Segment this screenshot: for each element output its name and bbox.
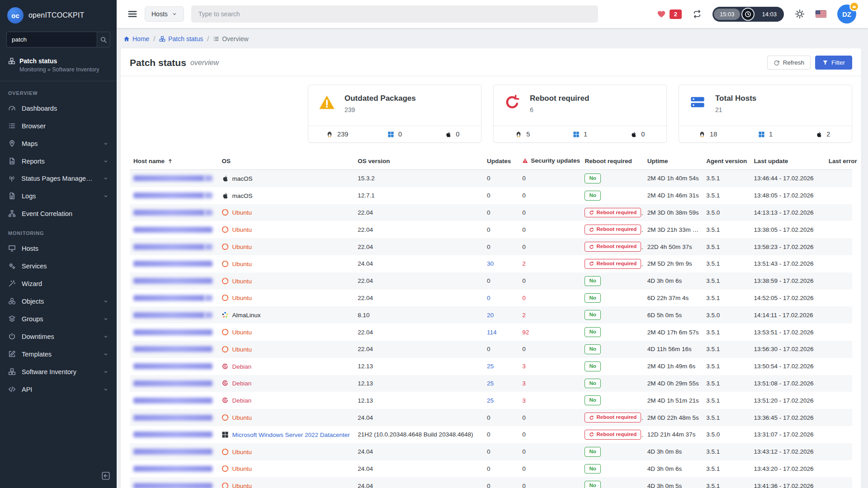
table-row[interactable]: Debian12.13253No2M 4D 1h 49m 6s3.5.113:5… <box>130 358 852 375</box>
sidebar-item-software-inventory[interactable]: Software Inventory <box>0 363 117 380</box>
column-header-uptime[interactable]: Uptime <box>644 153 703 170</box>
updates-count[interactable]: 20 <box>487 312 494 319</box>
app-logo[interactable]: oc openITCOCKPIT <box>0 0 117 29</box>
language-flag-us[interactable] <box>816 10 826 18</box>
sidebar-item-maps[interactable]: Maps <box>0 135 117 152</box>
redacted-host-name[interactable] <box>133 363 212 369</box>
sidebar-item-hosts[interactable]: Hosts <box>0 239 117 257</box>
table-row[interactable]: Microsoft Windows Server 2022 Datacenter… <box>130 426 852 443</box>
user-avatar[interactable]: DZ <box>837 5 856 23</box>
os-name[interactable]: Debian <box>232 380 251 387</box>
hosts-dropdown-button[interactable]: Hosts <box>145 6 184 22</box>
security-updates-count[interactable]: 3 <box>522 397 526 404</box>
updates-count[interactable]: 25 <box>487 363 494 370</box>
repeat-icon[interactable] <box>693 9 702 19</box>
sidebar-search-input[interactable] <box>6 32 97 47</box>
table-row[interactable]: Ubuntu22.0400No4D 3h 0m 6s3.5.113:38:59 … <box>130 272 852 290</box>
redacted-host-name[interactable] <box>133 227 212 233</box>
redacted-host-name[interactable] <box>133 312 205 318</box>
column-header-last-update[interactable]: Last update <box>750 153 825 170</box>
redacted-host-name[interactable] <box>133 415 212 421</box>
updates-count[interactable]: 25 <box>487 397 494 404</box>
updates-count[interactable]: 0 <box>487 295 491 301</box>
os-name[interactable]: Ubuntu <box>232 295 252 301</box>
redacted-host-name[interactable] <box>133 175 204 181</box>
sidebar-collapse-button[interactable] <box>101 471 110 482</box>
os-name[interactable]: Ubuntu <box>232 226 252 233</box>
breadcrumb-patch-status-link[interactable]: Patch status <box>159 35 203 42</box>
table-row[interactable]: AlmaLinux8.10202No6D 5h 0m 5s3.5.014:14:… <box>130 306 852 324</box>
redacted-host-name[interactable] <box>133 466 212 472</box>
os-name[interactable]: Ubuntu <box>232 465 252 472</box>
security-updates-count[interactable]: 3 <box>522 363 526 370</box>
redacted-host-name[interactable] <box>133 278 212 284</box>
security-updates-count[interactable]: 3 <box>522 380 526 387</box>
os-name[interactable]: Debian <box>232 363 251 370</box>
column-header-os[interactable]: OS <box>218 153 354 170</box>
redacted-host-name[interactable] <box>133 483 212 488</box>
table-row[interactable]: Ubuntu24.0400No4D 3h 0m 8s3.5.113:43:12 … <box>130 443 852 460</box>
table-row[interactable]: Ubuntu22.0400No6D 22h 37m 4s3.5.114:52:0… <box>130 290 852 307</box>
sidebar-item-downtimes[interactable]: Downtimes <box>0 328 117 345</box>
table-row[interactable]: Ubuntu24.0400Reboot required2M 0D 22h 48… <box>130 409 852 426</box>
redacted-host-name[interactable] <box>133 329 212 335</box>
table-row[interactable]: Debian12.13253No2M 4D 0h 29m 55s3.5.113:… <box>130 375 852 392</box>
theme-toggle-sun-icon[interactable] <box>795 9 805 19</box>
redacted-host-name[interactable] <box>133 261 212 267</box>
os-name[interactable]: Ubuntu <box>232 278 252 285</box>
table-row[interactable]: macOS15.3.200No2M 4D 1h 40m 54s3.5.113:4… <box>130 170 852 187</box>
column-header-security-updates[interactable]: Security updates <box>519 153 581 170</box>
column-header-agent-version[interactable]: Agent version <box>703 153 750 170</box>
global-search-input[interactable] <box>191 5 598 23</box>
column-header-last-error[interactable]: Last error <box>825 153 852 170</box>
security-updates-count[interactable]: 92 <box>522 329 529 336</box>
sidebar-item-reports[interactable]: Reports <box>0 152 117 170</box>
redacted-host-name[interactable] <box>133 380 212 386</box>
redacted-host-name[interactable] <box>133 432 212 437</box>
os-name[interactable]: Ubuntu <box>232 261 252 267</box>
sidebar-item-status-pages-management[interactable]: Status Pages Management <box>0 170 117 187</box>
column-header-host-name[interactable]: Host name <box>130 153 218 170</box>
table-row[interactable]: Ubuntu22.0400No4D 11h 56m 16s3.5.113:56:… <box>130 341 852 358</box>
redacted-host-name[interactable] <box>133 210 205 216</box>
table-row[interactable]: Ubuntu22.0400Reboot required22D 4h 50m 3… <box>130 238 852 255</box>
column-header-os-version[interactable]: OS version <box>354 153 483 170</box>
sidebar-item-objects[interactable]: Objects <box>0 292 117 310</box>
table-row[interactable]: Ubuntu24.0400No4D 3h 0m 5s3.5.113:41:36 … <box>130 477 852 488</box>
redacted-host-name[interactable] <box>133 449 212 455</box>
redacted-host-name[interactable] <box>133 295 205 301</box>
sidebar-item-dashboards[interactable]: Dashboards <box>0 99 117 117</box>
security-updates-count[interactable]: 2 <box>522 260 526 267</box>
os-name[interactable]: Ubuntu <box>232 483 252 488</box>
sidebar-item-logs[interactable]: Logs <box>0 187 117 205</box>
updates-count[interactable]: 25 <box>487 380 494 387</box>
column-header-reboot-required[interactable]: Reboot required <box>581 153 643 170</box>
redacted-host-name[interactable] <box>133 346 212 352</box>
table-row[interactable]: Ubuntu24.04302Reboot required2M 5D 2h 9m… <box>130 255 852 272</box>
filter-button[interactable]: Filter <box>815 56 852 70</box>
os-name[interactable]: Ubuntu <box>232 209 252 216</box>
table-row[interactable]: Ubuntu22.0400Reboot required2M 3D 0h 38m… <box>130 204 852 221</box>
breadcrumb-home-link[interactable]: Home <box>123 35 149 42</box>
sidebar-item-services[interactable]: Services <box>0 257 117 275</box>
updates-count[interactable]: 114 <box>487 329 497 336</box>
redacted-host-name[interactable] <box>133 398 212 404</box>
sidebar-item-groups[interactable]: Groups <box>0 310 117 328</box>
favorites-control[interactable]: 2 <box>656 9 682 19</box>
os-name[interactable]: Debian <box>232 397 251 404</box>
table-row[interactable]: Debian12.13253No2M 4D 1h 51m 21s3.5.113:… <box>130 392 852 409</box>
table-row[interactable]: Ubuntu24.0400No4D 3h 0m 6s3.5.113:43:20 … <box>130 460 852 478</box>
security-updates-count[interactable]: 0 <box>522 295 526 301</box>
sidebar-item-event-correlation[interactable]: Event Correlation <box>0 205 117 222</box>
sidebar-search-button[interactable] <box>97 32 110 47</box>
os-name[interactable]: Ubuntu <box>232 346 252 353</box>
hamburger-menu-icon[interactable] <box>127 9 137 19</box>
refresh-button[interactable]: Refresh <box>767 56 811 70</box>
table-row[interactable]: Ubuntu22.0400Reboot required2M 3D 21h 33… <box>130 221 852 238</box>
sidebar-item-api[interactable]: API <box>0 380 117 398</box>
table-row[interactable]: macOS12.7.100No2M 4D 1h 46m 31s3.5.113:4… <box>130 187 852 204</box>
sidebar-item-browser[interactable]: Browser <box>0 117 117 135</box>
os-name[interactable]: Ubuntu <box>232 244 252 250</box>
redacted-host-name[interactable] <box>133 192 204 198</box>
table-row[interactable]: Ubuntu22.0411492No2M 4D 17h 6m 57s3.5.11… <box>130 324 852 341</box>
